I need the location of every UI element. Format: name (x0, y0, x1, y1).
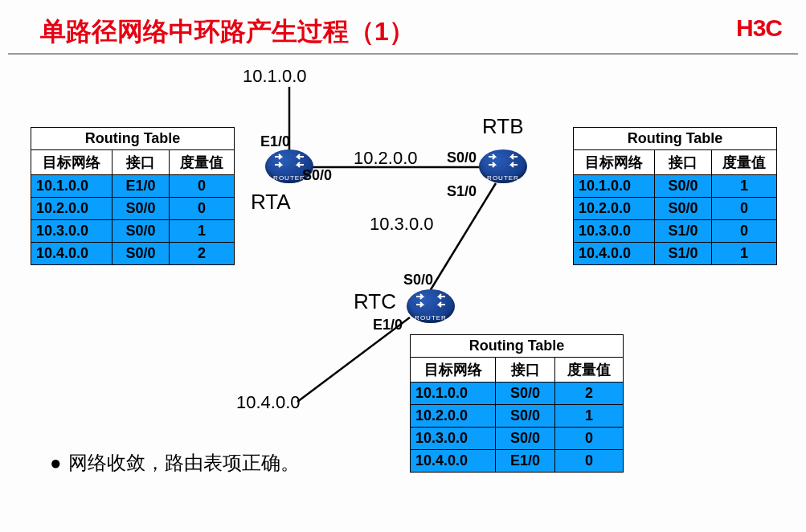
rta-table-title: Routing Table (31, 128, 235, 150)
rta-if-s00: S0/0 (302, 167, 332, 184)
col-iface: 接口 (655, 150, 712, 175)
table-row: 10.1.0.0S0/01 (574, 175, 777, 198)
router-caption: ROUTER (479, 174, 527, 182)
table-row: 10.1.0.0S0/02 (411, 383, 624, 405)
router-icon (487, 152, 519, 170)
rtc-if-s00: S0/0 (403, 272, 433, 289)
table-row: 10.4.0.0S1/01 (574, 243, 777, 265)
router-rtb: ROUTER (479, 149, 527, 183)
table-row: 10.3.0.0S0/01 (31, 220, 235, 243)
col-metric: 度量值 (712, 150, 777, 175)
table-row: 10.2.0.0S0/00 (31, 198, 235, 220)
col-metric: 度量值 (555, 358, 624, 383)
table-row: 10.3.0.0S0/00 (411, 428, 624, 450)
col-iface: 接口 (496, 358, 555, 383)
rtb-routing-table: Routing Table 目标网络 接口 度量值 10.1.0.0S0/01 … (573, 127, 777, 265)
router-rtc: ROUTER (407, 289, 455, 323)
rtc-routing-table: Routing Table 目标网络 接口 度量值 10.1.0.0S0/02 … (410, 334, 624, 473)
col-dest: 目标网络 (31, 150, 113, 175)
rta-label: RTA (251, 190, 291, 215)
net-10-3: 10.3.0.0 (370, 214, 434, 235)
router-icon (273, 152, 305, 170)
rtc-label: RTC (354, 289, 396, 314)
router-caption: ROUTER (407, 314, 455, 321)
col-iface: 接口 (113, 150, 170, 175)
table-row: 10.1.0.0E1/00 (31, 175, 235, 198)
rtb-if-s10: S1/0 (447, 183, 477, 200)
table-row: 10.3.0.0S1/00 (574, 220, 777, 243)
col-dest: 目标网络 (411, 358, 496, 383)
rta-if-e10: E1/0 (260, 133, 290, 150)
rta-routing-table: Routing Table 目标网络 接口 度量值 10.1.0.0E1/00 … (31, 127, 235, 265)
rtb-table-title: Routing Table (574, 128, 777, 150)
net-10-2: 10.2.0.0 (354, 148, 418, 169)
router-icon (415, 292, 447, 309)
rtc-table-title: Routing Table (411, 335, 624, 358)
bullet-note: ●网络收敛，路由表项正确。 (50, 450, 307, 476)
table-row: 10.2.0.0S0/01 (411, 405, 624, 428)
rtb-label: RTB (482, 114, 524, 139)
col-dest: 目标网络 (574, 150, 655, 175)
net-10-4: 10.4.0.0 (236, 392, 301, 413)
table-row: 10.4.0.0S0/02 (31, 243, 235, 265)
rtb-if-s00: S0/0 (447, 149, 477, 166)
rtc-if-e10: E1/0 (373, 317, 403, 334)
bullet-dot-icon: ● (50, 452, 62, 473)
col-metric: 度量值 (170, 150, 235, 175)
bullet-text: 网络收敛，路由表项正确。 (68, 452, 300, 473)
net-10-1: 10.1.0.0 (243, 66, 307, 87)
table-row: 10.4.0.0E1/00 (411, 450, 624, 473)
table-row: 10.2.0.0S0/00 (574, 198, 777, 220)
